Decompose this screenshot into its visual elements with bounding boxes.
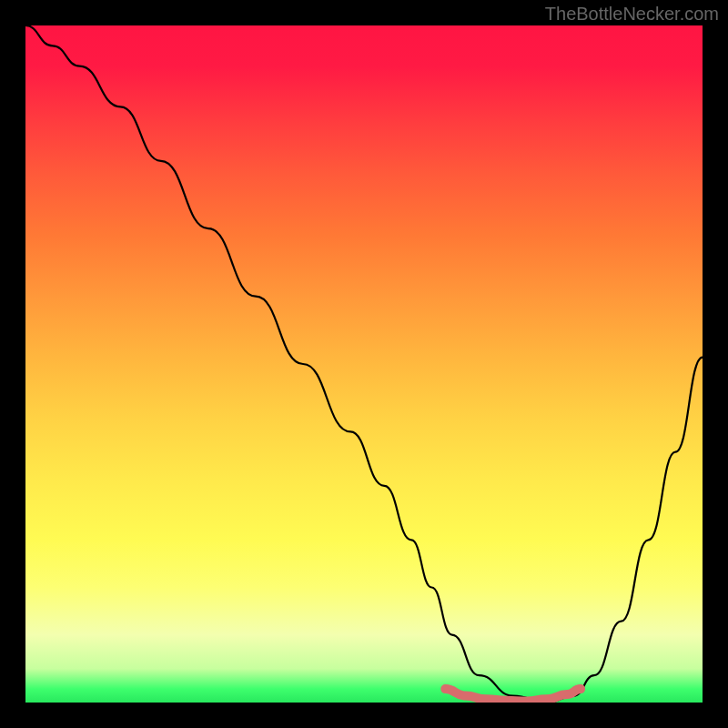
chart-svg <box>25 25 703 703</box>
bottleneck-curve <box>25 25 703 703</box>
chart-area <box>25 25 703 703</box>
watermark-text: TheBottleNecker.com <box>545 4 719 25</box>
